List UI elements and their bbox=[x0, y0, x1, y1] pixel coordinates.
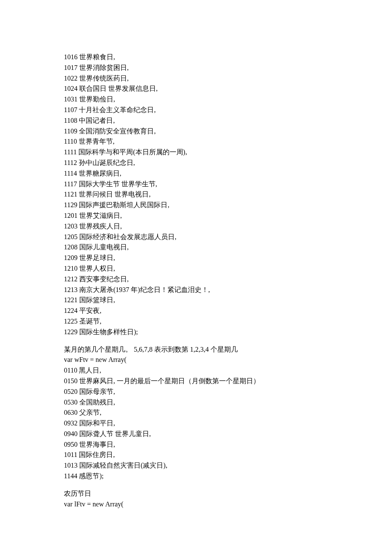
document-page: 1016 世界粮食日,1017 世界消除贫困日,1022 世界传统医药日,102… bbox=[0, 0, 392, 555]
text-line: 1117 国际大学生节 世界学生节, bbox=[64, 179, 328, 190]
text-line: 1013 国际减轻自然灾害日(减灾日), bbox=[64, 460, 328, 471]
text-line: 1011 国际住房日, bbox=[64, 450, 328, 460]
text-line: 1111 国际科学与和平周(本日所属的一周), bbox=[64, 147, 328, 158]
text-line: 1112 孙中山诞辰纪念日, bbox=[64, 158, 328, 168]
text-line: 0150 世界麻风日, 一月的最后一个星期日（月倒数第一个星期日） bbox=[64, 376, 328, 387]
text-line: 0520 国际母亲节, bbox=[64, 387, 328, 397]
text-line: 1210 世界人权日, bbox=[64, 263, 328, 274]
text-line: 1203 世界残疾人日, bbox=[64, 221, 328, 232]
text-line: 1109 全国消防安全宣传教育日, bbox=[64, 126, 328, 137]
text-line: 1221 国际篮球日, bbox=[64, 295, 328, 306]
text-line: 某月的第几个星期几。 5,6,7,8 表示到数第 1,2,3,4 个星期几 bbox=[64, 344, 328, 355]
text-line: 0530 全国助残日, bbox=[64, 397, 328, 408]
text-line: 1201 世界艾滋病日, bbox=[64, 211, 328, 221]
text-line: 1213 南京大屠杀(1937 年)纪念日！紧记血泪史！, bbox=[64, 285, 328, 295]
text-line: 1110 世界青年节, bbox=[64, 136, 328, 147]
text-line: 1129 国际声援巴勒斯坦人民国际日, bbox=[64, 200, 328, 211]
text-line: 1144 感恩节); bbox=[64, 471, 328, 482]
text-line: 1224 平安夜, bbox=[64, 306, 328, 316]
text-line bbox=[64, 482, 328, 489]
text-line: 0630 父亲节, bbox=[64, 408, 328, 418]
text-line: var wFtv = new Array( bbox=[64, 355, 328, 365]
text-line: 1208 国际儿童电视日, bbox=[64, 242, 328, 253]
text-line: 0940 国际聋人节 世界儿童日, bbox=[64, 429, 328, 439]
text-line: 1022 世界传统医药日, bbox=[64, 73, 328, 84]
text-line: 1108 中国记者日, bbox=[64, 116, 328, 126]
text-line: 1016 世界粮食日, bbox=[64, 52, 328, 63]
text-line: 1107 十月社会主义革命纪念日, bbox=[64, 105, 328, 116]
text-line: 1212 西安事变纪念日, bbox=[64, 274, 328, 285]
text-line: 0950 世界海事日, bbox=[64, 439, 328, 450]
text-line: 1225 圣诞节, bbox=[64, 316, 328, 327]
text-line: 1205 国际经济和社会发展志愿人员日, bbox=[64, 232, 328, 243]
text-line: 1114 世界糖尿病日, bbox=[64, 168, 328, 179]
text-line: 1024 联合国日 世界发展信息日, bbox=[64, 84, 328, 94]
text-line: var lFtv = new Array( bbox=[64, 499, 328, 510]
text-line: 0932 国际和平日, bbox=[64, 418, 328, 429]
text-line: 农历节日 bbox=[64, 489, 328, 499]
text-line: 1031 世界勤俭日, bbox=[64, 94, 328, 105]
text-line: 1209 世界足球日, bbox=[64, 253, 328, 263]
text-line: 0110 黑人日, bbox=[64, 365, 328, 376]
text-line: 1229 国际生物多样性日); bbox=[64, 327, 328, 338]
text-line bbox=[64, 338, 328, 344]
document-content: 1016 世界粮食日,1017 世界消除贫困日,1022 世界传统医药日,102… bbox=[64, 52, 328, 509]
text-line: 1121 世界问候日 世界电视日, bbox=[64, 189, 328, 200]
text-line: 1017 世界消除贫困日, bbox=[64, 63, 328, 73]
